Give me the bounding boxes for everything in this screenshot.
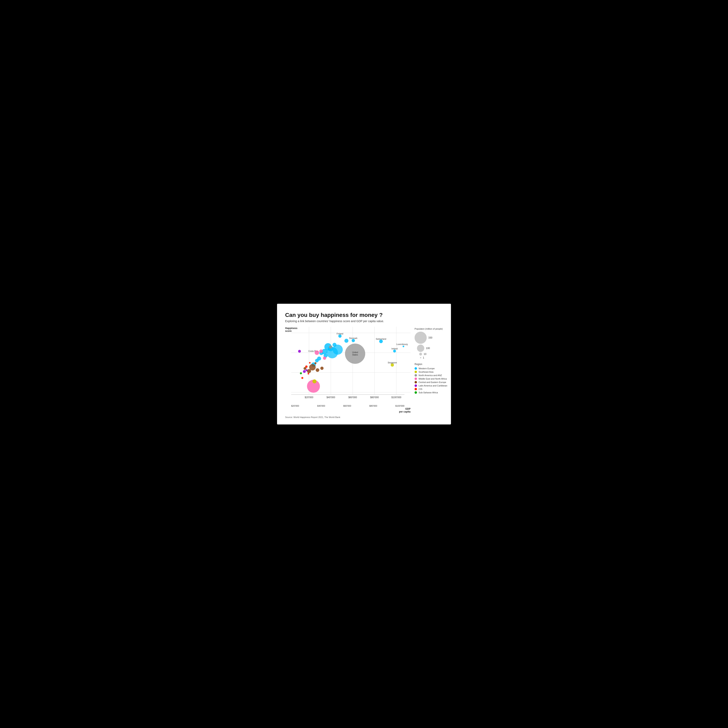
label-switzerland: Switzerland (376, 338, 386, 340)
bubble-we10 (317, 356, 321, 361)
bubble-cis4 (309, 362, 310, 364)
region-dot (414, 367, 417, 370)
pop-label-1: 1 (423, 356, 424, 359)
pop-circle-10 (419, 353, 422, 355)
legend-region-item: Central and Eastern Europe (414, 381, 455, 384)
bubble-cis1 (301, 377, 303, 379)
bubble-cee6 (315, 362, 317, 364)
bubble-mena2 (319, 349, 323, 353)
bubble-mena1 (315, 350, 319, 355)
legend-region-item: Middle East and North Africa (414, 378, 455, 380)
region-label: CIS (419, 388, 422, 390)
legend-pop-100: 100 (414, 344, 455, 352)
x-axis-label: GDPper capita (291, 407, 410, 413)
region-dot (414, 391, 417, 394)
bubble-cee4 (320, 367, 324, 370)
region-dot (414, 374, 417, 376)
x-tick-label-40k: $40'000 (317, 405, 325, 407)
pop-circle-1 (420, 357, 421, 358)
region-label: Southeast Asia (419, 371, 433, 373)
legend-region-item: Sub-Saharan Africa (414, 391, 455, 394)
pop-label-330: 330 (428, 336, 432, 339)
x-tick-label-60k: $60'000 (343, 405, 351, 407)
bubble-nz1 (329, 346, 332, 349)
region-dot (414, 388, 417, 390)
region-dot (414, 371, 417, 373)
bubble-ireland (393, 350, 396, 352)
label-usa: United (352, 351, 358, 353)
region-dot (414, 381, 417, 384)
bubble-cis3 (307, 373, 309, 375)
region-label: Latin America and Caribbean (419, 384, 447, 387)
bubble-luxembourg (403, 346, 404, 347)
bubble-costa-rica (298, 350, 301, 353)
x-tick-label-80k: $80'000 (369, 405, 377, 407)
region-dot (414, 384, 417, 387)
bubble-finland (338, 335, 341, 338)
legend-region-title: Region (414, 363, 455, 366)
x-tick-label-100k: $100'000 (395, 405, 404, 407)
legend-region-item: CIS (414, 388, 455, 390)
region-label: Western Europe (419, 367, 434, 370)
region-label: Central and Eastern Europe (419, 381, 446, 384)
legend-region-item: North America and ANZ (414, 374, 455, 376)
pop-label-100: 100 (426, 347, 430, 350)
legend-pop-330: 330 (414, 332, 455, 344)
region-label: Middle East and North Africa (419, 378, 447, 380)
x-tick-60k: $60'000 (349, 396, 357, 399)
bubble-lac2 (306, 369, 307, 371)
bubble-lac1 (303, 370, 306, 373)
region-label: North America and ANZ (419, 374, 442, 376)
source-text: Source: World Happiness Report 2021, The… (285, 416, 410, 418)
scatter-plot: 8 7 6 5 $20'000 $40'000 $60'000 $80'000 … (291, 327, 410, 406)
region-legend: Western Europe Southeast Asia North Amer… (414, 367, 455, 394)
pop-label-10: 10 (424, 353, 426, 355)
label-singapore: Singapore (388, 362, 397, 364)
x-tick-80k: $80'000 (370, 396, 379, 399)
label-usa2: States (352, 354, 358, 356)
legend-pop-items: 330 100 10 1 (414, 332, 455, 359)
chart-area: Happinessscore (285, 327, 443, 418)
y-axis-label: Happinessscore (285, 327, 297, 333)
chart-title: Can you buy happiness for money ? (285, 312, 443, 318)
bubble-we7 (327, 347, 338, 358)
bubble-denmark (352, 339, 355, 342)
label-finland: Finland (337, 333, 343, 335)
x-tick-20k: $20'000 (305, 396, 314, 399)
label-luxembourg: Luxembourg (396, 343, 408, 346)
legend-panel: Populaton (million of people) 330 100 10… (414, 327, 455, 418)
bubble-sea1 (312, 379, 317, 384)
legend-region-item: Southeast Asia (414, 371, 455, 373)
bubble-mena3 (323, 356, 326, 360)
region-dot (414, 378, 417, 380)
legend-pop-1: 1 (414, 356, 455, 359)
plot-wrapper: Happinessscore (285, 327, 410, 418)
bubble-cee2 (316, 368, 319, 372)
x-tick-40k: $40'000 (327, 396, 335, 399)
legend-pop-10: 10 (414, 353, 455, 355)
bubble-we8 (344, 339, 349, 343)
x-tick-label-20k: $20'000 (291, 405, 299, 407)
legend-region-item: Latin America and Caribbean (414, 384, 455, 387)
chart-subtitle: Exploring a link between countries' happ… (285, 320, 443, 323)
legend-region-item: Western Europe (414, 367, 455, 370)
pop-circle-100 (417, 344, 424, 352)
label-denmark: Denmark (349, 337, 358, 340)
label-ireland: Ireland (392, 348, 398, 350)
bubble-singapore (391, 363, 394, 367)
x-tick-100k: $100'000 (391, 396, 401, 399)
legend-pop-title: Populaton (million of people) (414, 327, 455, 330)
bubble-cis2 (305, 366, 307, 368)
region-label: Sub-Saharan Africa (419, 391, 438, 394)
pop-circle-330 (414, 332, 427, 344)
bubble-cee3 (309, 364, 316, 370)
chart-container: Can you buy happiness for money ? Explor… (277, 304, 451, 424)
bubble-ssa1 (300, 372, 302, 374)
